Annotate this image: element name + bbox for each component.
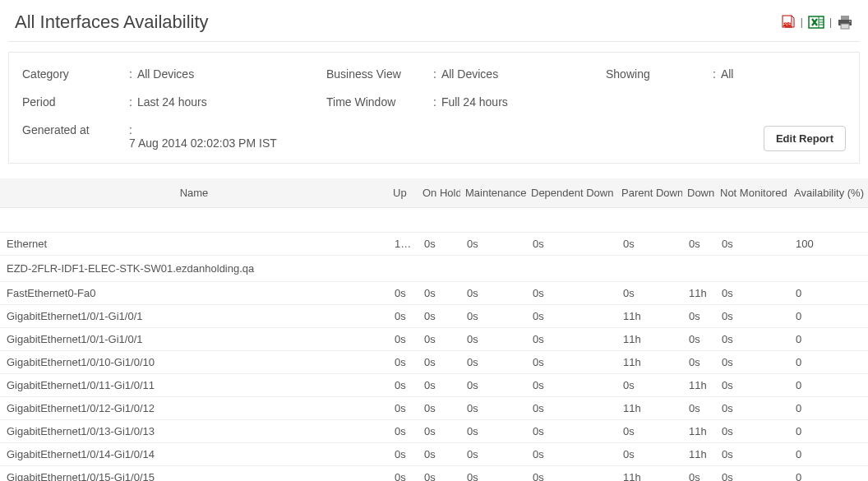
filter-panel: Category :All Devices Business View :All… (8, 52, 860, 164)
metric-cell: 0s (460, 351, 526, 374)
table-row: GigabitEthernet1/0/12-Gi1/0/120s0s0s0s11… (0, 397, 868, 420)
metric-cell: 0s (418, 233, 460, 256)
interface-name: GigabitEthernet1/0/15-Gi1/0/15 (0, 466, 388, 482)
metric-cell: 0s (388, 466, 418, 482)
col-dependent-down[interactable]: Dependent Down (526, 178, 616, 208)
col-name[interactable]: Name (0, 178, 388, 208)
metric-cell: 0s (526, 466, 616, 482)
metric-cell: 0 (789, 374, 868, 397)
metric-cell: 0s (418, 443, 460, 466)
table-row: GigabitEthernet1/0/14-Gi1/0/140s0s0s0s0s… (0, 443, 868, 466)
metric-cell: 100 (789, 233, 868, 256)
metric-cell: 0s (715, 443, 789, 466)
metric-cell: 0 (789, 351, 868, 374)
metric-cell: 0s (682, 397, 715, 420)
metric-cell: 0s (418, 282, 460, 305)
metric-cell: 11h (616, 305, 682, 328)
metric-cell: 0s (616, 374, 682, 397)
metric-cell: 0s (418, 420, 460, 443)
metric-cell: 0s (460, 374, 526, 397)
svg-point-11 (849, 21, 851, 22)
metric-cell: 0s (526, 351, 616, 374)
metric-cell: 0s (526, 328, 616, 351)
metric-cell: 0s (388, 443, 418, 466)
metric-cell: 0s (526, 305, 616, 328)
metric-cell: 0s (682, 466, 715, 482)
metric-cell: 0s (526, 397, 616, 420)
metric-cell: 0s (418, 397, 460, 420)
metric-cell: 11h (616, 397, 682, 420)
divider (8, 41, 860, 42)
metric-cell: 0s (418, 466, 460, 482)
col-up[interactable]: Up (388, 178, 418, 208)
metric-cell: 0s (715, 420, 789, 443)
separator: | (829, 16, 832, 28)
business-view-label: Business View (326, 67, 433, 81)
generated-at-label: Generated at (22, 123, 129, 136)
interface-name: GigabitEthernet1/0/11-Gi1/0/11 (0, 374, 388, 397)
showing-label: Showing (606, 67, 713, 81)
col-parent-down[interactable]: Parent Down (616, 178, 682, 208)
metric-cell: 0s (460, 397, 526, 420)
interface-name: FastEthernet0-Fa0 (0, 282, 388, 305)
table-header-row: Name Up On Hold Maintenance Dependent Do… (0, 178, 868, 208)
col-availability[interactable]: Availability (%) (789, 178, 868, 208)
metric-cell: 0s (526, 282, 616, 305)
col-not-monitored[interactable]: Not Monitored (715, 178, 789, 208)
metric-cell: 11h (616, 328, 682, 351)
interface-name: Ethernet (0, 233, 388, 256)
metric-cell: 0s (460, 305, 526, 328)
metric-cell: 0 (789, 466, 868, 482)
metric-cell: 0s (616, 233, 682, 256)
period-label: Period (22, 95, 129, 109)
metric-cell: 0s (616, 420, 682, 443)
time-window-label: Time Window (326, 95, 433, 109)
interface-name: GigabitEthernet1/0/12-Gi1/0/12 (0, 397, 388, 420)
showing-value: :All (713, 67, 733, 81)
col-maintenance[interactable]: Maintenance (460, 178, 526, 208)
category-value: :All Devices (129, 67, 194, 81)
metric-cell: 0s (682, 233, 715, 256)
metric-cell: 0s (388, 282, 418, 305)
metric-cell: 0s (682, 305, 715, 328)
table-row: GigabitEthernet1/0/11-Gi1/0/110s0s0s0s0s… (0, 374, 868, 397)
table-row: GigabitEthernet1/0/1-Gi1/0/10s0s0s0s11h0… (0, 305, 868, 328)
table-row: Ethernet11h0s0s0s0s0s0s100 (0, 233, 868, 256)
metric-cell: 0s (715, 328, 789, 351)
metric-cell: 0s (460, 420, 526, 443)
metric-cell: 0 (789, 328, 868, 351)
business-view-value: :All Devices (433, 67, 498, 81)
metric-cell: 11h (616, 466, 682, 482)
edit-report-button[interactable]: Edit Report (764, 126, 846, 151)
period-value: :Last 24 hours (129, 95, 207, 109)
metric-cell: 0 (789, 282, 868, 305)
svg-text:PDF: PDF (783, 21, 791, 26)
col-onhold[interactable]: On Hold (418, 178, 460, 208)
metric-cell: 0 (789, 397, 868, 420)
metric-cell: 0s (616, 443, 682, 466)
category-label: Category (22, 67, 129, 81)
metric-cell: 0s (418, 374, 460, 397)
metric-cell: 0s (388, 397, 418, 420)
interface-name: GigabitEthernet1/0/1-Gi1/0/1 (0, 328, 388, 351)
metric-cell: 0s (388, 374, 418, 397)
separator: | (801, 16, 803, 28)
print-icon[interactable] (837, 15, 853, 30)
export-xls-icon[interactable] (808, 15, 824, 30)
metric-cell: 0s (460, 466, 526, 482)
metric-cell: 0s (715, 466, 789, 482)
metric-cell: 0s (682, 328, 715, 351)
page-title: All Interfaces Availability (15, 12, 209, 33)
table-row: GigabitEthernet1/0/13-Gi1/0/130s0s0s0s0s… (0, 420, 868, 443)
metric-cell: 0s (388, 328, 418, 351)
metric-cell: 0s (418, 305, 460, 328)
metric-cell: 11h (616, 351, 682, 374)
metric-cell: 0s (715, 233, 789, 256)
metric-cell: 0 (789, 305, 868, 328)
metric-cell: 0s (388, 351, 418, 374)
table-row: FastEthernet0-Fa00s0s0s0s0s11h0s0 (0, 282, 868, 305)
metric-cell: 0 (789, 420, 868, 443)
export-pdf-icon[interactable]: PDF (781, 15, 796, 30)
col-down[interactable]: Down (682, 178, 715, 208)
export-toolbar: PDF | | (781, 15, 853, 30)
